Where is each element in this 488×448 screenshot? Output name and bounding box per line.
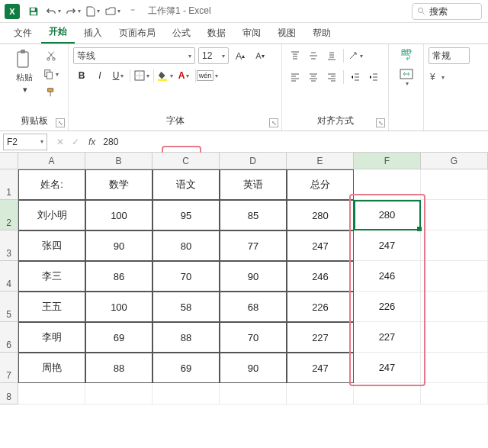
- cell-b1[interactable]: 数学: [85, 169, 152, 200]
- cell-b2[interactable]: 100: [85, 200, 152, 230]
- cell-f7[interactable]: 247: [354, 353, 421, 383]
- cell-c1[interactable]: 语文: [152, 169, 220, 200]
- cell-g1[interactable]: [421, 169, 488, 200]
- number-format-select[interactable]: 常规: [429, 47, 470, 64]
- italic-button[interactable]: I: [92, 67, 108, 84]
- enter-formula-button[interactable]: ✓: [69, 137, 82, 147]
- bold-button[interactable]: B: [73, 67, 90, 84]
- orientation-button[interactable]: ▾: [347, 47, 364, 64]
- redo-button[interactable]: ▾: [64, 2, 82, 21]
- cell-d1[interactable]: 英语: [220, 169, 287, 200]
- row-header-3[interactable]: 3: [0, 230, 18, 261]
- cell-e7[interactable]: 247: [287, 353, 354, 383]
- align-center-button[interactable]: [305, 69, 322, 85]
- cell-e1[interactable]: 总分: [287, 169, 354, 200]
- tab-data[interactable]: 数据: [200, 23, 233, 44]
- cell-e3[interactable]: 247: [287, 230, 354, 261]
- tab-help[interactable]: 帮助: [305, 23, 339, 44]
- save-button[interactable]: [24, 2, 43, 21]
- cell-g3[interactable]: [421, 230, 488, 261]
- cell-c5[interactable]: 58: [152, 292, 220, 322]
- cell-d7[interactable]: 90: [220, 353, 287, 383]
- cell-f5[interactable]: 226: [354, 292, 421, 322]
- cell-c3[interactable]: 80: [152, 230, 220, 261]
- tab-home[interactable]: 开始: [41, 21, 75, 44]
- search-box[interactable]: 搜索: [412, 3, 482, 20]
- select-all-corner[interactable]: [0, 153, 18, 169]
- cell-d8[interactable]: [220, 383, 287, 404]
- col-header-g[interactable]: G: [421, 153, 488, 169]
- cell-g6[interactable]: [421, 322, 488, 353]
- col-header-e[interactable]: E: [287, 153, 354, 169]
- phonetic-button[interactable]: wén▾: [199, 67, 216, 84]
- cell-g7[interactable]: [421, 353, 488, 383]
- fill-color-button[interactable]: ▾: [157, 67, 174, 84]
- cell-b6[interactable]: 69: [85, 322, 152, 353]
- cell-d3[interactable]: 77: [220, 230, 287, 261]
- col-header-a[interactable]: A: [18, 153, 85, 169]
- row-header-1[interactable]: 1: [0, 169, 18, 200]
- wrap-text-button[interactable]: ab: [395, 47, 418, 63]
- cell-a3[interactable]: 张四: [18, 230, 85, 261]
- new-file-button[interactable]: ▾: [84, 2, 102, 21]
- row-header-4[interactable]: 4: [0, 261, 18, 292]
- decrease-indent-button[interactable]: [347, 69, 364, 85]
- tab-layout[interactable]: 页面布局: [111, 23, 163, 44]
- font-dialog-launcher[interactable]: ⤡: [269, 118, 278, 127]
- name-box[interactable]: F2▾: [3, 134, 47, 150]
- cell-b3[interactable]: 90: [85, 230, 152, 261]
- cell-a7[interactable]: 周艳: [18, 353, 85, 383]
- cell-g2[interactable]: [421, 200, 488, 230]
- cell-g4[interactable]: [421, 261, 488, 292]
- row-header-6[interactable]: 6: [0, 322, 18, 353]
- cell-e2[interactable]: 280: [287, 200, 354, 230]
- increase-font-button[interactable]: A▴: [232, 47, 249, 64]
- cell-f6[interactable]: 227: [354, 322, 421, 353]
- cell-a6[interactable]: 李明: [18, 322, 85, 353]
- merge-center-button[interactable]: ▾: [395, 67, 418, 89]
- col-header-b[interactable]: B: [85, 153, 152, 169]
- cell-b8[interactable]: [85, 383, 152, 404]
- align-left-button[interactable]: [287, 69, 303, 85]
- row-header-2[interactable]: 2: [0, 200, 18, 230]
- fx-icon[interactable]: fx: [85, 137, 98, 147]
- cell-a1[interactable]: 姓名:: [18, 169, 85, 200]
- cell-a4[interactable]: 李三: [18, 261, 85, 292]
- cell-f3[interactable]: 247: [354, 230, 421, 261]
- underline-button[interactable]: U▾: [110, 67, 127, 84]
- cell-b7[interactable]: 88: [85, 353, 152, 383]
- increase-indent-button[interactable]: [365, 69, 382, 85]
- row-header-7[interactable]: 7: [0, 353, 18, 383]
- cell-f2[interactable]: 280: [354, 200, 421, 230]
- row-header-8[interactable]: 8: [0, 383, 18, 404]
- col-header-f[interactable]: F: [354, 153, 421, 169]
- cell-b4[interactable]: 86: [85, 261, 152, 292]
- undo-button[interactable]: ▾: [44, 2, 63, 21]
- cell-f4[interactable]: 246: [354, 261, 421, 292]
- cut-button[interactable]: [43, 47, 59, 64]
- decrease-font-button[interactable]: A▾: [252, 47, 268, 64]
- cell-d4[interactable]: 90: [220, 261, 287, 292]
- qat-customize-button[interactable]: ⁼: [124, 2, 142, 21]
- cell-e6[interactable]: 227: [287, 322, 354, 353]
- paste-button[interactable]: 粘贴 ▾: [9, 47, 40, 96]
- formula-input[interactable]: 280: [98, 134, 488, 150]
- cancel-formula-button[interactable]: ✕: [53, 137, 67, 147]
- copy-button[interactable]: ▾: [43, 66, 59, 82]
- border-button[interactable]: ▾: [133, 67, 150, 84]
- align-top-button[interactable]: [287, 47, 303, 64]
- tab-review[interactable]: 审阅: [235, 23, 268, 44]
- col-header-c[interactable]: C: [152, 153, 220, 169]
- cell-d2[interactable]: 85: [220, 200, 287, 230]
- cell-c6[interactable]: 88: [152, 322, 220, 353]
- font-size-select[interactable]: 12▾: [198, 47, 229, 64]
- align-right-button[interactable]: [323, 69, 340, 85]
- cell-a8[interactable]: [18, 383, 85, 404]
- cell-e5[interactable]: 226: [287, 292, 354, 322]
- cell-d6[interactable]: 70: [220, 322, 287, 353]
- tab-formula[interactable]: 公式: [165, 23, 198, 44]
- cell-f1[interactable]: [354, 169, 421, 200]
- cell-f8[interactable]: [354, 383, 421, 404]
- font-name-select[interactable]: 等线▾: [73, 47, 195, 64]
- cell-b5[interactable]: 100: [85, 292, 152, 322]
